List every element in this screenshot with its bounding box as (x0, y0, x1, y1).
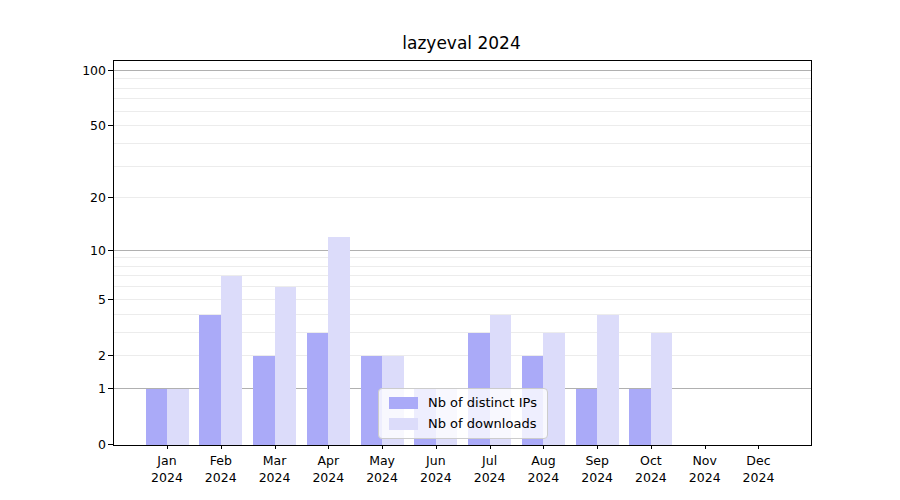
y-tick-label-10: 10 (60, 243, 106, 259)
x-tick-5 (436, 445, 437, 449)
x-tick-11 (758, 445, 759, 449)
chart-title: lazyeval 2024 (113, 33, 810, 53)
minor-gridline-5 (114, 299, 811, 300)
y-tick-label-0: 0 (60, 437, 106, 453)
x-tick-3 (328, 445, 329, 449)
plot-area: Jan2024Feb2024Mar2024Apr2024May2024Jun20… (113, 60, 812, 446)
x-tick-1 (221, 445, 222, 449)
x-tick-8 (597, 445, 598, 449)
major-gridline-10 (114, 250, 811, 251)
legend-label-distinct-ips: Nb of distinct IPs (428, 395, 537, 411)
bar-ips-mar-2024 (253, 356, 275, 445)
minor-gridline-80 (114, 88, 811, 89)
x-tick-10 (705, 445, 706, 449)
y-tick-20 (108, 197, 114, 198)
legend-row-downloads: Nb of downloads (389, 416, 537, 432)
bar-downloads-sep-2024 (597, 315, 619, 446)
y-tick-label-20: 20 (60, 190, 106, 206)
bar-downloads-feb-2024 (221, 276, 243, 445)
x-tick-6 (490, 445, 491, 449)
minor-gridline-90 (114, 78, 811, 79)
minor-gridline-70 (114, 98, 811, 99)
figure: lazyeval 2024 Jan2024Feb2024Mar2024Apr20… (0, 0, 900, 500)
x-tick-7 (543, 445, 544, 449)
y-tick-label-5: 5 (60, 292, 106, 308)
x-tick-2 (275, 445, 276, 449)
minor-gridline-20 (114, 197, 811, 198)
bar-downloads-jan-2024 (167, 389, 189, 445)
y-tick-1 (108, 388, 114, 389)
legend-row-distinct-ips: Nb of distinct IPs (389, 395, 537, 411)
bar-ips-apr-2024 (307, 333, 329, 445)
minor-gridline-6 (114, 286, 811, 287)
y-tick-label-1: 1 (60, 381, 106, 397)
minor-gridline-7 (114, 275, 811, 276)
x-tick-9 (651, 445, 652, 449)
minor-gridline-50 (114, 125, 811, 126)
y-tick-100 (108, 70, 114, 71)
bar-downloads-mar-2024 (275, 287, 297, 445)
minor-gridline-8 (114, 266, 811, 267)
y-tick-label-2: 2 (60, 348, 106, 364)
minor-gridline-60 (114, 111, 811, 112)
y-tick-5 (108, 299, 114, 300)
minor-gridline-9 (114, 257, 811, 258)
y-tick-label-100: 100 (60, 63, 106, 79)
y-tick-0 (108, 444, 114, 445)
bar-ips-feb-2024 (199, 315, 221, 446)
bar-ips-jan-2024 (146, 389, 168, 445)
x-tick-label-dec-2024: Dec2024 (726, 452, 790, 486)
x-tick-0 (167, 445, 168, 449)
y-tick-2 (108, 355, 114, 356)
legend-label-downloads: Nb of downloads (428, 416, 536, 432)
bar-ips-oct-2024 (629, 389, 651, 445)
y-tick-label-50: 50 (60, 118, 106, 134)
minor-gridline-40 (114, 143, 811, 144)
x-tick-4 (382, 445, 383, 449)
legend: Nb of distinct IPs Nb of downloads (378, 388, 548, 439)
major-gridline-100 (114, 70, 811, 71)
bar-downloads-oct-2024 (651, 333, 673, 445)
y-tick-10 (108, 250, 114, 251)
y-tick-50 (108, 125, 114, 126)
bar-ips-sep-2024 (576, 389, 598, 445)
bar-downloads-apr-2024 (328, 237, 350, 445)
legend-swatch-distinct-ips (389, 397, 418, 409)
legend-swatch-downloads (389, 418, 418, 430)
minor-gridline-30 (114, 166, 811, 167)
